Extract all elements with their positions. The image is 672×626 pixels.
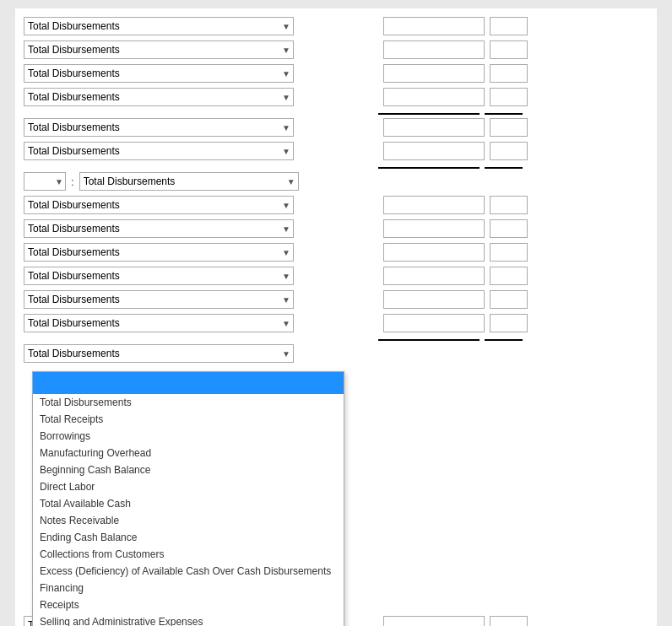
select-wrapper-9[interactable]: Total DisbursementsTotal ReceiptsBorrowi…: [24, 219, 294, 238]
select-wrapper-13[interactable]: Total DisbursementsTotal ReceiptsBorrowi…: [24, 314, 294, 332]
dropdown-item-receipts[interactable]: Receipts: [33, 596, 344, 613]
right-inputs-13: [383, 314, 528, 332]
select-wrapper-3[interactable]: Total DisbursementsTotal ReceiptsBorrowi…: [24, 64, 294, 83]
row-9: Total DisbursementsTotal ReceiptsBorrowi…: [24, 219, 648, 238]
underline-medium-3: [378, 339, 480, 341]
right-inputs-4: [383, 88, 528, 106]
dropdown-item-total-receipts[interactable]: Total Receipts: [33, 411, 344, 428]
input-small-10[interactable]: [490, 243, 528, 262]
input-medium-12[interactable]: [383, 290, 485, 309]
select-small-wrapper-7[interactable]: ▼: [24, 172, 66, 191]
input-medium-5[interactable]: [383, 118, 485, 137]
row-2: Total DisbursementsTotal ReceiptsBorrowi…: [24, 40, 648, 59]
select-11[interactable]: Total DisbursementsTotal ReceiptsBorrowi…: [24, 267, 294, 285]
row-3: Total DisbursementsTotal ReceiptsBorrowi…: [24, 64, 648, 83]
select-wrapper-10[interactable]: Total DisbursementsTotal ReceiptsBorrowi…: [24, 243, 294, 262]
input-medium-8[interactable]: [383, 196, 485, 214]
input-small-3[interactable]: [490, 64, 528, 83]
underline-small-1: [485, 113, 523, 115]
dropdown-item-notes-receivable[interactable]: Notes Receivable: [33, 512, 344, 529]
select-2[interactable]: Total DisbursementsTotal ReceiptsBorrowi…: [24, 40, 294, 59]
dropdown-item-total-available-cash[interactable]: Total Available Cash: [33, 495, 344, 512]
right-inputs-5: [383, 118, 528, 137]
select-6[interactable]: Total DisbursementsTotal ReceiptsBorrowi…: [24, 142, 294, 160]
select-1[interactable]: Total DisbursementsTotal ReceiptsBorrowi…: [24, 17, 294, 35]
select-3[interactable]: Total DisbursementsTotal ReceiptsBorrowi…: [24, 64, 294, 83]
select-9[interactable]: Total DisbursementsTotal ReceiptsBorrowi…: [24, 219, 294, 238]
select-small-7[interactable]: [24, 172, 66, 191]
right-inputs-15: [383, 616, 528, 626]
input-small-6[interactable]: [490, 142, 528, 160]
right-inputs-8: [383, 196, 528, 214]
select-7b[interactable]: Total DisbursementsTotal ReceiptsBorrowi…: [79, 172, 299, 191]
input-medium-4[interactable]: [383, 88, 485, 106]
row-7-colon: ▼ : Total DisbursementsTotal ReceiptsBor…: [24, 172, 648, 191]
select-wrapper-5[interactable]: Total DisbursementsTotal ReceiptsBorrowi…: [24, 118, 294, 137]
right-inputs-12: [383, 290, 528, 309]
select-wrapper-14[interactable]: Total DisbursementsTotal ReceiptsBorrowi…: [24, 344, 294, 363]
select-wrapper-8[interactable]: Total DisbursementsTotal ReceiptsBorrowi…: [24, 196, 294, 214]
input-medium-10[interactable]: [383, 243, 485, 262]
right-inputs-10: [383, 243, 528, 262]
dropdown-item-direct-labor[interactable]: Direct Labor: [33, 478, 344, 495]
select-4[interactable]: Total DisbursementsTotal ReceiptsBorrowi…: [24, 88, 294, 106]
select-wrapper-6[interactable]: Total DisbursementsTotal ReceiptsBorrowi…: [24, 142, 294, 160]
dropdown-item-selling-admin[interactable]: Selling and Administrative Expenses: [33, 613, 344, 626]
input-small-1[interactable]: [490, 17, 528, 35]
dropdown-item-total-disbursements[interactable]: Total Disbursements: [33, 394, 344, 411]
underline-boxes-1: [378, 111, 523, 115]
select-12[interactable]: Total DisbursementsTotal ReceiptsBorrowi…: [24, 290, 294, 309]
underline-row-3: [24, 337, 648, 341]
input-medium-11[interactable]: [383, 267, 485, 285]
select-wrapper-4[interactable]: Total DisbursementsTotal ReceiptsBorrowi…: [24, 88, 294, 106]
row-13: Total DisbursementsTotal ReceiptsBorrowi…: [24, 314, 648, 332]
select-wrapper-12[interactable]: Total DisbursementsTotal ReceiptsBorrowi…: [24, 290, 294, 309]
input-small-15[interactable]: [490, 616, 528, 626]
select-8[interactable]: Total DisbursementsTotal ReceiptsBorrowi…: [24, 196, 294, 214]
dropdown-item-beginning-cash-balance[interactable]: Beginning Cash Balance: [33, 461, 344, 478]
input-small-12[interactable]: [490, 290, 528, 309]
select-wrapper-11[interactable]: Total DisbursementsTotal ReceiptsBorrowi…: [24, 267, 294, 285]
dropdown-header: [33, 372, 344, 394]
input-medium-6[interactable]: [383, 142, 485, 160]
select-13[interactable]: Total DisbursementsTotal ReceiptsBorrowi…: [24, 314, 294, 332]
input-medium-13[interactable]: [383, 314, 485, 332]
dropdown-item-ending-cash-balance[interactable]: Ending Cash Balance: [33, 529, 344, 546]
row-1: Total DisbursementsTotal ReceiptsBorrowi…: [24, 17, 648, 35]
dropdown-item-collections-from-customers[interactable]: Collections from Customers: [33, 546, 344, 563]
dropdown-item-excess-deficiency[interactable]: Excess (Deficiency) of Available Cash Ov…: [33, 563, 344, 580]
select-wrapper-7b[interactable]: Total DisbursementsTotal ReceiptsBorrowi…: [79, 172, 299, 191]
input-small-4[interactable]: [490, 88, 528, 106]
dropdown-item-manufacturing-overhead[interactable]: Manufacturing Overhead: [33, 445, 344, 461]
colon-separator: :: [71, 175, 74, 188]
select-5[interactable]: Total DisbursementsTotal ReceiptsBorrowi…: [24, 118, 294, 137]
select-10[interactable]: Total DisbursementsTotal ReceiptsBorrowi…: [24, 243, 294, 262]
dropdown-item-borrowings[interactable]: Borrowings: [33, 428, 344, 445]
select-wrapper-1[interactable]: Total DisbursementsTotal ReceiptsBorrowi…: [24, 17, 294, 35]
underline-row-2: [24, 165, 648, 169]
select-14[interactable]: Total DisbursementsTotal ReceiptsBorrowi…: [24, 344, 294, 363]
input-small-13[interactable]: [490, 314, 528, 332]
dropdown-item-financing[interactable]: Financing: [33, 580, 344, 596]
input-small-5[interactable]: [490, 118, 528, 137]
input-small-9[interactable]: [490, 219, 528, 238]
right-inputs-3: [383, 64, 528, 83]
underline-boxes-2: [378, 165, 523, 169]
input-medium-9[interactable]: [383, 219, 485, 238]
underline-boxes-3: [378, 337, 523, 341]
select-wrapper-2[interactable]: Total DisbursementsTotal ReceiptsBorrowi…: [24, 40, 294, 59]
input-medium-2[interactable]: [383, 40, 485, 59]
underline-medium-1: [378, 113, 480, 115]
right-inputs-6: [383, 142, 528, 160]
spacer-underline-2: [24, 165, 294, 169]
dropdown-overlay: Total Disbursements Total Receipts Borro…: [32, 371, 344, 626]
input-small-2[interactable]: [490, 40, 528, 59]
input-small-11[interactable]: [490, 267, 528, 285]
input-small-8[interactable]: [490, 196, 528, 214]
right-inputs-9: [383, 219, 528, 238]
input-medium-1[interactable]: [383, 17, 485, 35]
row-11: Total DisbursementsTotal ReceiptsBorrowi…: [24, 267, 648, 285]
input-medium-15[interactable]: [383, 616, 485, 626]
spacer-underline-3: [24, 337, 294, 341]
input-medium-3[interactable]: [383, 64, 485, 83]
